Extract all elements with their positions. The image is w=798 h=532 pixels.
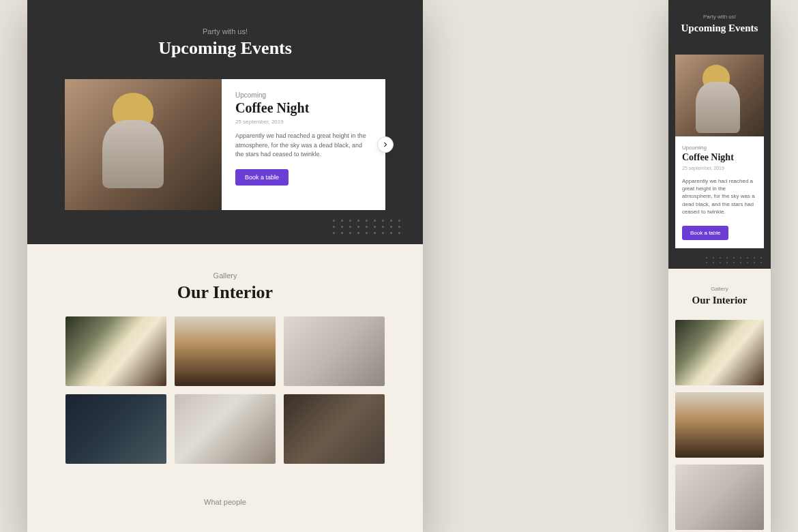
- event-tag: Upcoming: [682, 145, 757, 151]
- gallery-tile[interactable]: [175, 394, 276, 464]
- gallery-tile[interactable]: [675, 464, 764, 530]
- desktop-preview: Party with us! Upcoming Events Upcoming …: [27, 0, 423, 532]
- events-section: Party with us! Upcoming Events Upcoming …: [27, 0, 423, 244]
- gallery-section-mobile: Gallery Our Interior: [668, 269, 771, 532]
- gallery-tile[interactable]: [675, 392, 764, 458]
- mobile-preview: Party with us! Upcoming Events Upcoming …: [668, 0, 771, 532]
- gallery-overline: Gallery: [27, 271, 423, 280]
- event-date: 25 september, 2019: [235, 119, 372, 125]
- gallery-tile[interactable]: [284, 394, 385, 464]
- gallery-title: Our Interior: [668, 295, 771, 306]
- event-title: Coffee Night: [235, 100, 372, 116]
- book-table-button[interactable]: Book a table: [682, 226, 728, 240]
- footer-section: What people: [27, 484, 423, 513]
- events-section-mobile: Party with us! Upcoming Events Upcoming …: [668, 0, 771, 269]
- footer-overline: What people: [27, 498, 423, 506]
- event-description: Apparently we had reached a great height…: [682, 177, 757, 216]
- event-description: Apparently we had reached a great height…: [235, 132, 372, 160]
- events-title: Upcoming Events: [668, 23, 771, 34]
- gallery-section: Gallery Our Interior: [27, 244, 423, 484]
- gallery-grid: [27, 316, 423, 464]
- event-image: [675, 55, 764, 136]
- events-title: Upcoming Events: [27, 38, 423, 59]
- next-event-button[interactable]: [377, 136, 394, 153]
- gallery-tile[interactable]: [65, 316, 166, 386]
- gallery-tile[interactable]: [175, 316, 276, 386]
- gallery-tile[interactable]: [284, 316, 385, 386]
- event-title: Coffee Night: [682, 152, 757, 163]
- gallery-tile[interactable]: [675, 320, 764, 385]
- event-date: 25 september, 2019: [682, 166, 757, 171]
- gallery-overline: Gallery: [668, 286, 771, 292]
- event-card-mobile: Upcoming Coffee Night 25 september, 2019…: [675, 55, 764, 248]
- book-table-button[interactable]: Book a table: [235, 169, 289, 186]
- decorative-dots: [706, 257, 764, 263]
- events-overline: Party with us!: [668, 14, 771, 20]
- event-image: [65, 79, 222, 210]
- gallery-title: Our Interior: [27, 282, 423, 303]
- decorative-dots: [333, 220, 402, 234]
- event-card: Upcoming Coffee Night 25 september, 2019…: [65, 79, 385, 210]
- gallery-tile[interactable]: [65, 394, 166, 464]
- chevron-right-icon: [383, 142, 388, 147]
- events-overline: Party with us!: [27, 27, 423, 35]
- event-tag: Upcoming: [235, 91, 372, 99]
- gallery-grid-mobile: [668, 320, 771, 530]
